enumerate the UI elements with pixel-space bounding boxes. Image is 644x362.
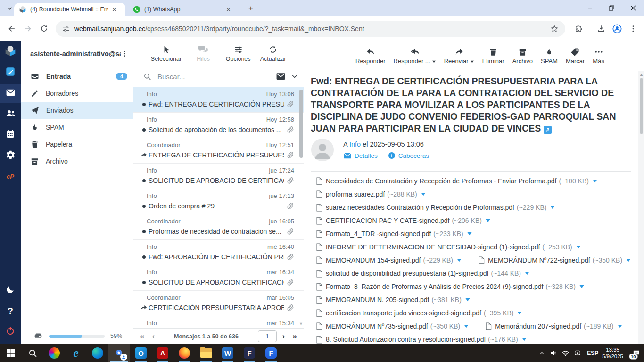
message-row[interactable]: Coordinadormar 16:05 CERTIFICACIÓN PRESU…	[133, 291, 304, 316]
search-input[interactable]	[157, 73, 276, 81]
last-page-button[interactable]: »	[293, 332, 297, 341]
attachment-item[interactable]: INFORME DE DETERMINACION DE NECESIDAD-si…	[316, 243, 581, 251]
message-row[interactable]: InfoHoy 13:06 Fwd: ENTREGA DE CERTIFICAC…	[133, 87, 304, 113]
list-toolbar-seleccionar[interactable]: Seleccionar	[151, 44, 182, 62]
message-row[interactable]: Infojue 17:24 SOLICITUD DE APROBACIO DE …	[133, 164, 304, 189]
taskbar-outlook[interactable]: O	[130, 344, 152, 362]
sidebar-item-archivo[interactable]: Archivo	[21, 153, 133, 170]
attachment-item[interactable]: 8. Solicitud Autorización contra y resol…	[316, 336, 527, 344]
rail-item-logout[interactable]	[0, 322, 21, 341]
page-number-input[interactable]	[258, 330, 277, 342]
taskbar-app-f-dark[interactable]: F	[239, 344, 260, 362]
profile-avatar-icon[interactable]	[609, 21, 625, 37]
volume-icon[interactable]	[548, 349, 560, 357]
downloads-icon[interactable]	[593, 21, 609, 37]
attachment-item[interactable]: Formato_8_Razón de Proformas y Análisis …	[316, 283, 585, 291]
taskbar-edge[interactable]	[87, 344, 108, 362]
attachment-menu-caret-icon[interactable]	[579, 284, 585, 289]
attachment-menu-caret-icon[interactable]	[465, 297, 471, 302]
clock[interactable]: 13:355/9/2025	[602, 346, 623, 360]
extensions-icon[interactable]	[571, 21, 587, 37]
search-scope-mail-icon[interactable]	[276, 73, 286, 81]
minimize-button[interactable]	[579, 0, 601, 16]
attachment-item[interactable]: CERTIFICACION PAC Y CATE-signed.pdf (~20…	[316, 217, 491, 225]
rail-item-settings[interactable]	[0, 146, 21, 165]
attachment-menu-caret-icon[interactable]	[592, 179, 598, 183]
folder-menu-icon[interactable]	[121, 50, 128, 58]
attachment-menu-caret-icon[interactable]	[485, 218, 491, 223]
list-scrollbar[interactable]	[299, 90, 303, 158]
rail-item-compose[interactable]	[0, 63, 21, 82]
attachment-menu-caret-icon[interactable]	[550, 205, 555, 210]
rail-item-contacts[interactable]	[0, 105, 21, 123]
taskbar-start[interactable]	[0, 344, 22, 362]
attachment-item[interactable]: Memorándum 207-signed.pdf (~189 KB)	[485, 322, 622, 330]
next-page-button[interactable]: ›	[282, 332, 285, 341]
message-row[interactable]: Infomar 15:34	[133, 316, 304, 328]
attachment-menu-caret-icon[interactable]	[576, 245, 581, 249]
attachment-menu-caret-icon[interactable]	[521, 337, 527, 342]
close-tab-icon[interactable]: ✕	[112, 6, 117, 13]
site-info-icon[interactable]	[62, 25, 70, 33]
tab-search-button[interactable]	[5, 4, 15, 13]
close-tab-icon[interactable]: ✕	[226, 6, 231, 13]
dropdown-caret-icon[interactable]	[470, 60, 474, 64]
sidebar-item-entrada[interactable]: Entrada 4	[21, 68, 133, 85]
taskbar-firefox[interactable]	[173, 344, 195, 362]
mail-action-reenviar[interactable]: Reenviar	[444, 46, 474, 65]
taskbar-file-explorer[interactable]	[195, 344, 217, 362]
rail-item-mail[interactable]	[0, 84, 21, 103]
list-toolbar-actualizar[interactable]: Actualizar	[260, 44, 286, 62]
attachment-menu-caret-icon[interactable]	[463, 324, 469, 329]
attachment-menu-caret-icon[interactable]	[517, 311, 522, 315]
message-row[interactable]: InfoHoy 12:58 Solicitud de aprobación de…	[133, 113, 304, 138]
notification-center-icon[interactable]: 10	[628, 344, 644, 362]
attachment-menu-caret-icon[interactable]	[421, 192, 426, 197]
tab-roundcube[interactable]: (4) Roundcube Webmail :: Envia ✕	[14, 3, 125, 16]
attachment-item[interactable]: suarez necesidades Contratación y Recepc…	[316, 204, 555, 212]
attachment-item[interactable]: MEMORANDUM 154-signed.pdf (~229 KB)	[316, 256, 462, 264]
sidebar-item-enviados[interactable]: Enviados	[21, 102, 133, 119]
rail-item-calendar[interactable]	[0, 125, 21, 144]
mail-action-responder-todos[interactable]: Responder ...	[394, 46, 436, 65]
rail-item-help[interactable]: ?	[0, 302, 21, 321]
language-indicator[interactable]: ESP	[587, 350, 598, 356]
recipient-link[interactable]: Info	[349, 140, 361, 148]
attachment-menu-caret-icon[interactable]	[617, 324, 623, 329]
device-icon[interactable]	[571, 349, 583, 357]
wifi-icon[interactable]	[560, 349, 571, 357]
message-cabeceras-toggle[interactable]: Cabeceras	[388, 152, 429, 159]
tab-whatsapp[interactable]: (1) WhatsApp ✕	[128, 3, 238, 16]
attachment-menu-caret-icon[interactable]	[456, 258, 462, 263]
taskbar-acrobat[interactable]: A	[152, 344, 173, 362]
attachment-item[interactable]: MEMORÁNDUM Nº722-signed.pdf (~350 KB)	[478, 256, 631, 264]
taskbar-internet-explorer[interactable]: e	[65, 344, 87, 362]
attachment-item[interactable]: MEMORÁNDUM Nº735-signed.pdf (~350 KB)	[316, 322, 469, 330]
sidebar-item-borradores[interactable]: Borradores	[21, 85, 133, 102]
attachment-item[interactable]: MEMORANDUM N. 205-signed.pdf (~381 KB)	[316, 296, 471, 304]
mail-action-archivo[interactable]: Archivo	[512, 46, 533, 65]
scroll-down-icon[interactable]: ▼	[299, 321, 303, 326]
message-row[interactable]: Infomié 16:40 Fwd: APROBACIÓN DE CERTIFI…	[133, 240, 304, 265]
sidebar-item-papelera[interactable]: Papelera	[21, 136, 133, 153]
message-row[interactable]: Infomar 16:34 SOLICITUD DE APROBACION CE…	[133, 265, 304, 291]
taskbar-word[interactable]: W	[217, 344, 239, 362]
search-options-chevron-icon[interactable]	[291, 73, 298, 80]
reader-scrollbar[interactable]: ▲	[638, 71, 644, 344]
attachment-item[interactable]: certificacion transporte judo vinces-sig…	[316, 309, 522, 317]
attachment-item[interactable]: Necesidades de Contratación y Recepción …	[316, 177, 598, 185]
tray-chevron-up-icon[interactable]	[536, 350, 548, 356]
attachment-menu-caret-icon[interactable]	[626, 258, 631, 263]
back-button[interactable]	[4, 21, 20, 37]
mail-action-marcar[interactable]: Marcar	[566, 46, 585, 65]
sidebar-item-spam[interactable]: SPAM	[21, 119, 133, 136]
address-bar[interactable]: webmail.sanjuan.gob.ec/cpsess4685020211/…	[56, 21, 565, 37]
attachment-item[interactable]: Formato_4_TDR -signed-signed.pdf (~233 K…	[316, 230, 472, 238]
attachment-item[interactable]: proforma suarez.pdf (~288 KB)	[316, 190, 426, 198]
open-in-new-window-icon[interactable]	[544, 126, 552, 134]
taskbar-chrome[interactable]	[108, 344, 130, 362]
list-toolbar-hilos[interactable]: Hilos	[190, 44, 216, 62]
taskbar-search[interactable]	[22, 344, 43, 362]
scroll-up-icon[interactable]: ▲	[639, 72, 644, 77]
bookmark-star-icon[interactable]	[550, 25, 559, 33]
